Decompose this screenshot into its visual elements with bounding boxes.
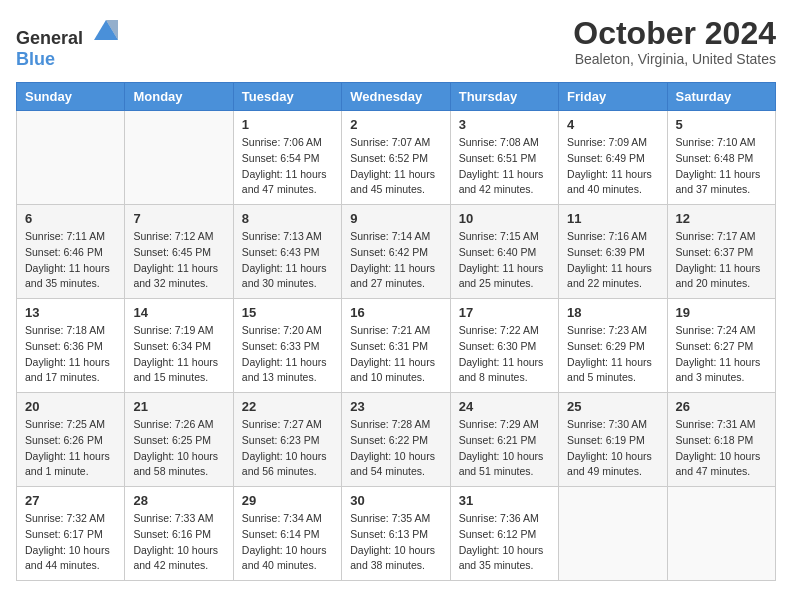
day-info: Sunrise: 7:34 AMSunset: 6:14 PMDaylight:… (242, 511, 333, 574)
calendar-day-cell: 8Sunrise: 7:13 AMSunset: 6:43 PMDaylight… (233, 205, 341, 299)
calendar-table: SundayMondayTuesdayWednesdayThursdayFrid… (16, 82, 776, 581)
calendar-day-cell: 13Sunrise: 7:18 AMSunset: 6:36 PMDayligh… (17, 299, 125, 393)
day-info: Sunrise: 7:17 AMSunset: 6:37 PMDaylight:… (676, 229, 767, 292)
day-info: Sunrise: 7:20 AMSunset: 6:33 PMDaylight:… (242, 323, 333, 386)
calendar-day-cell: 29Sunrise: 7:34 AMSunset: 6:14 PMDayligh… (233, 487, 341, 581)
day-number: 27 (25, 493, 116, 508)
day-info: Sunrise: 7:26 AMSunset: 6:25 PMDaylight:… (133, 417, 224, 480)
day-number: 21 (133, 399, 224, 414)
day-number: 31 (459, 493, 550, 508)
calendar-day-header: Friday (559, 83, 667, 111)
calendar-day-cell: 19Sunrise: 7:24 AMSunset: 6:27 PMDayligh… (667, 299, 775, 393)
calendar-day-cell: 9Sunrise: 7:14 AMSunset: 6:42 PMDaylight… (342, 205, 450, 299)
day-number: 22 (242, 399, 333, 414)
calendar-day-header: Thursday (450, 83, 558, 111)
day-info: Sunrise: 7:32 AMSunset: 6:17 PMDaylight:… (25, 511, 116, 574)
day-info: Sunrise: 7:18 AMSunset: 6:36 PMDaylight:… (25, 323, 116, 386)
day-number: 3 (459, 117, 550, 132)
page-header: General Blue October 2024 Bealeton, Virg… (16, 16, 776, 70)
day-number: 1 (242, 117, 333, 132)
day-number: 13 (25, 305, 116, 320)
calendar-day-cell: 14Sunrise: 7:19 AMSunset: 6:34 PMDayligh… (125, 299, 233, 393)
calendar-day-header: Wednesday (342, 83, 450, 111)
day-number: 6 (25, 211, 116, 226)
day-number: 15 (242, 305, 333, 320)
day-number: 26 (676, 399, 767, 414)
day-number: 16 (350, 305, 441, 320)
day-number: 23 (350, 399, 441, 414)
day-info: Sunrise: 7:12 AMSunset: 6:45 PMDaylight:… (133, 229, 224, 292)
day-info: Sunrise: 7:27 AMSunset: 6:23 PMDaylight:… (242, 417, 333, 480)
day-number: 25 (567, 399, 658, 414)
day-info: Sunrise: 7:06 AMSunset: 6:54 PMDaylight:… (242, 135, 333, 198)
calendar-day-cell: 25Sunrise: 7:30 AMSunset: 6:19 PMDayligh… (559, 393, 667, 487)
day-number: 29 (242, 493, 333, 508)
day-info: Sunrise: 7:33 AMSunset: 6:16 PMDaylight:… (133, 511, 224, 574)
calendar-day-cell: 10Sunrise: 7:15 AMSunset: 6:40 PMDayligh… (450, 205, 558, 299)
calendar-day-cell: 1Sunrise: 7:06 AMSunset: 6:54 PMDaylight… (233, 111, 341, 205)
calendar-day-cell (559, 487, 667, 581)
calendar-day-cell: 30Sunrise: 7:35 AMSunset: 6:13 PMDayligh… (342, 487, 450, 581)
calendar-day-cell: 2Sunrise: 7:07 AMSunset: 6:52 PMDaylight… (342, 111, 450, 205)
day-info: Sunrise: 7:23 AMSunset: 6:29 PMDaylight:… (567, 323, 658, 386)
day-info: Sunrise: 7:15 AMSunset: 6:40 PMDaylight:… (459, 229, 550, 292)
calendar-day-cell: 24Sunrise: 7:29 AMSunset: 6:21 PMDayligh… (450, 393, 558, 487)
day-number: 28 (133, 493, 224, 508)
day-number: 8 (242, 211, 333, 226)
logo-blue: Blue (16, 49, 55, 69)
calendar-day-cell: 5Sunrise: 7:10 AMSunset: 6:48 PMDaylight… (667, 111, 775, 205)
day-info: Sunrise: 7:08 AMSunset: 6:51 PMDaylight:… (459, 135, 550, 198)
calendar-day-header: Monday (125, 83, 233, 111)
day-info: Sunrise: 7:19 AMSunset: 6:34 PMDaylight:… (133, 323, 224, 386)
day-number: 11 (567, 211, 658, 226)
day-info: Sunrise: 7:25 AMSunset: 6:26 PMDaylight:… (25, 417, 116, 480)
day-info: Sunrise: 7:21 AMSunset: 6:31 PMDaylight:… (350, 323, 441, 386)
calendar-day-cell: 21Sunrise: 7:26 AMSunset: 6:25 PMDayligh… (125, 393, 233, 487)
calendar-day-cell (125, 111, 233, 205)
location: Bealeton, Virginia, United States (573, 51, 776, 67)
day-number: 5 (676, 117, 767, 132)
title-block: October 2024 Bealeton, Virginia, United … (573, 16, 776, 67)
day-info: Sunrise: 7:10 AMSunset: 6:48 PMDaylight:… (676, 135, 767, 198)
calendar-day-cell: 4Sunrise: 7:09 AMSunset: 6:49 PMDaylight… (559, 111, 667, 205)
day-number: 17 (459, 305, 550, 320)
calendar-day-header: Sunday (17, 83, 125, 111)
calendar-week-row: 13Sunrise: 7:18 AMSunset: 6:36 PMDayligh… (17, 299, 776, 393)
day-number: 10 (459, 211, 550, 226)
logo: General Blue (16, 16, 122, 70)
calendar-week-row: 27Sunrise: 7:32 AMSunset: 6:17 PMDayligh… (17, 487, 776, 581)
calendar-day-cell: 18Sunrise: 7:23 AMSunset: 6:29 PMDayligh… (559, 299, 667, 393)
calendar-week-row: 20Sunrise: 7:25 AMSunset: 6:26 PMDayligh… (17, 393, 776, 487)
day-info: Sunrise: 7:22 AMSunset: 6:30 PMDaylight:… (459, 323, 550, 386)
day-number: 19 (676, 305, 767, 320)
day-number: 4 (567, 117, 658, 132)
calendar-day-header: Saturday (667, 83, 775, 111)
day-info: Sunrise: 7:36 AMSunset: 6:12 PMDaylight:… (459, 511, 550, 574)
day-number: 2 (350, 117, 441, 132)
day-number: 9 (350, 211, 441, 226)
calendar-day-cell: 6Sunrise: 7:11 AMSunset: 6:46 PMDaylight… (17, 205, 125, 299)
logo-icon (90, 16, 122, 44)
calendar-week-row: 1Sunrise: 7:06 AMSunset: 6:54 PMDaylight… (17, 111, 776, 205)
calendar-day-cell: 26Sunrise: 7:31 AMSunset: 6:18 PMDayligh… (667, 393, 775, 487)
day-info: Sunrise: 7:35 AMSunset: 6:13 PMDaylight:… (350, 511, 441, 574)
calendar-week-row: 6Sunrise: 7:11 AMSunset: 6:46 PMDaylight… (17, 205, 776, 299)
day-info: Sunrise: 7:13 AMSunset: 6:43 PMDaylight:… (242, 229, 333, 292)
day-info: Sunrise: 7:11 AMSunset: 6:46 PMDaylight:… (25, 229, 116, 292)
day-info: Sunrise: 7:09 AMSunset: 6:49 PMDaylight:… (567, 135, 658, 198)
calendar-day-cell: 15Sunrise: 7:20 AMSunset: 6:33 PMDayligh… (233, 299, 341, 393)
calendar-day-cell: 17Sunrise: 7:22 AMSunset: 6:30 PMDayligh… (450, 299, 558, 393)
logo-text: General Blue (16, 16, 122, 70)
day-info: Sunrise: 7:30 AMSunset: 6:19 PMDaylight:… (567, 417, 658, 480)
day-number: 7 (133, 211, 224, 226)
day-info: Sunrise: 7:24 AMSunset: 6:27 PMDaylight:… (676, 323, 767, 386)
calendar-day-cell: 3Sunrise: 7:08 AMSunset: 6:51 PMDaylight… (450, 111, 558, 205)
day-number: 18 (567, 305, 658, 320)
calendar-day-cell: 12Sunrise: 7:17 AMSunset: 6:37 PMDayligh… (667, 205, 775, 299)
calendar-day-header: Tuesday (233, 83, 341, 111)
day-number: 20 (25, 399, 116, 414)
calendar-day-cell: 22Sunrise: 7:27 AMSunset: 6:23 PMDayligh… (233, 393, 341, 487)
calendar-day-cell: 16Sunrise: 7:21 AMSunset: 6:31 PMDayligh… (342, 299, 450, 393)
logo-general: General (16, 28, 83, 48)
day-number: 30 (350, 493, 441, 508)
